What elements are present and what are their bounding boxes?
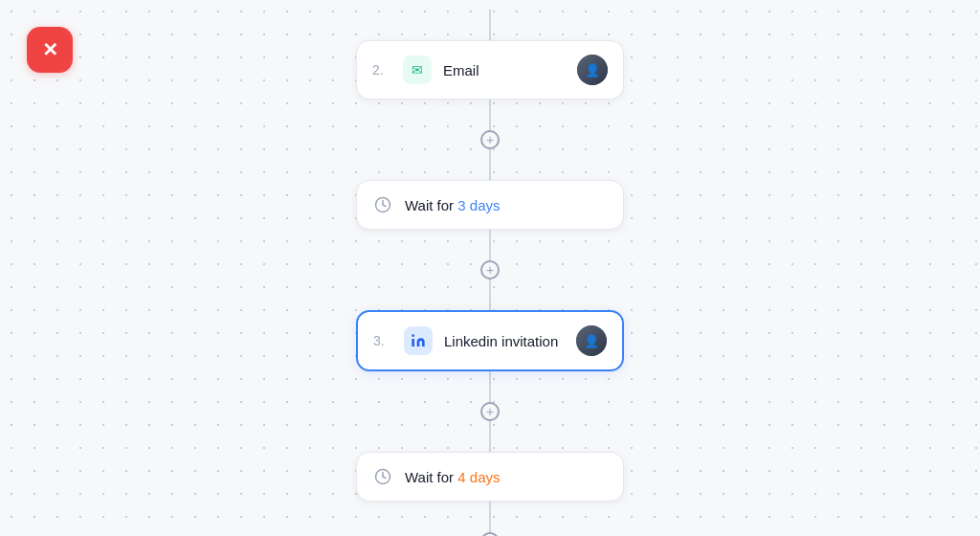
add-step-1[interactable]: +	[480, 130, 500, 149]
add-step-3[interactable]: +	[480, 402, 500, 421]
step-label-email: Email	[443, 62, 566, 78]
step-linkedin-invitation[interactable]: 3. Linkedin invitation 👤	[356, 310, 624, 371]
avatar-image-2: 👤	[577, 55, 608, 85]
step-number-3: 3.	[373, 333, 392, 348]
wait-prefix-2: Wait for	[405, 469, 457, 485]
wait-prefix-1: Wait for	[405, 197, 457, 213]
svg-point-2	[412, 334, 414, 337]
avatar-step-3: 👤	[576, 325, 607, 356]
wait-card-1[interactable]: Wait for 3 days	[356, 180, 624, 230]
connector-line-6	[489, 421, 491, 452]
wait-days-2: 4 days	[457, 469, 500, 485]
wait-days-1: 3 days	[457, 197, 500, 213]
close-button[interactable]: ✕	[27, 27, 73, 73]
avatar-image-3: 👤	[576, 325, 607, 356]
step-label-linkedin-invitation: Linkedin invitation	[444, 333, 565, 349]
email-icon: ✉	[412, 62, 423, 78]
connector-line-2	[489, 149, 491, 180]
linkedin-icon-container-1	[404, 326, 433, 355]
workflow-container: 2. ✉ Email 👤 + Wait for 3 days + 3.	[346, 0, 634, 536]
wait-label-2: Wait for 4 days	[405, 469, 501, 485]
connector-line-5	[489, 371, 491, 402]
clock-icon-2	[372, 466, 393, 487]
avatar-step-2: 👤	[577, 55, 608, 85]
email-icon-container: ✉	[403, 56, 432, 84]
connector-line-3	[489, 230, 491, 260]
step-email[interactable]: 2. ✉ Email 👤	[356, 40, 624, 100]
svg-rect-1	[412, 339, 414, 346]
connector-line-1	[489, 100, 491, 130]
step-number-2: 2.	[372, 62, 391, 78]
wait-card-2[interactable]: Wait for 4 days	[356, 452, 624, 502]
connector-line-4	[489, 279, 491, 310]
connector-line-7	[489, 502, 491, 532]
add-step-4[interactable]: +	[480, 532, 500, 536]
close-icon: ✕	[42, 40, 58, 59]
wait-label-1: Wait for 3 days	[405, 197, 501, 213]
clock-icon-1	[372, 194, 393, 215]
add-step-2[interactable]: +	[480, 260, 500, 279]
connector-line-top	[489, 10, 491, 40]
